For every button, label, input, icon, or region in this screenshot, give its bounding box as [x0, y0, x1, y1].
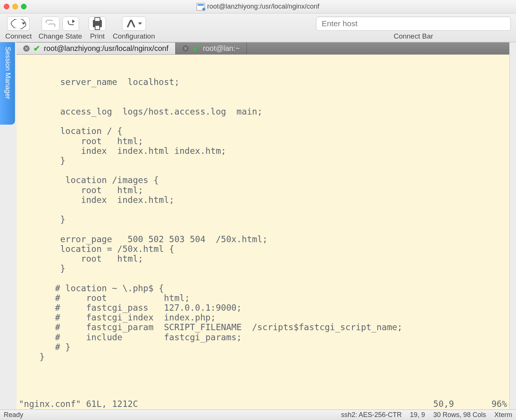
statusbar: Ready ssh2: AES-256-CTR 19, 9 30 Rows, 9…: [0, 410, 516, 420]
toolbar-changestate-group: Change State: [39, 16, 82, 40]
session-tab-active[interactable]: ✕ ✔ root@lanzhiyong:/usr/local/nginx/con…: [16, 43, 176, 54]
configuration-button[interactable]: [122, 16, 146, 31]
close-tab-icon[interactable]: ✕: [182, 45, 189, 52]
refresh-icon: [46, 20, 55, 27]
tab-label: root@lan:~: [203, 44, 240, 53]
host-input[interactable]: [316, 16, 511, 31]
toolbar-connectbar-group: Connect Bar: [316, 16, 511, 40]
toolbar-print-group: Print: [89, 16, 106, 40]
toolbar-config-group: Configuration: [113, 16, 155, 40]
status-cursor: 19, 9: [410, 411, 425, 419]
vim-file-info: "nginx.conf" 61L, 1212C: [19, 399, 138, 409]
vim-cursor-pos: 50,9: [433, 399, 454, 409]
print-icon: [93, 20, 102, 27]
session-manager-tab[interactable]: Session Manager: [0, 42, 15, 125]
zoom-window-icon[interactable]: [21, 4, 27, 9]
window-controls: [4, 4, 27, 9]
status-ready: Ready: [4, 411, 23, 419]
vim-scroll-pct: 96%: [491, 399, 507, 409]
terminal[interactable]: server_name localhost; access_log logs/h…: [16, 54, 509, 410]
toolbar-connect-group: Connect: [5, 16, 32, 40]
change-state-label: Change State: [39, 32, 82, 40]
disconnect-icon: [67, 21, 75, 27]
chevron-down-icon: [138, 22, 142, 25]
print-label: Print: [90, 32, 104, 40]
toolbar: Connect Change State Print Configura: [0, 13, 516, 42]
minimize-window-icon[interactable]: [12, 4, 18, 9]
tools-icon: [126, 19, 136, 28]
link-icon: [10, 18, 21, 30]
vim-status-line: "nginx.conf" 61L, 1212C 50,9 96%: [16, 399, 509, 410]
titlebar: root@lanzhiyong:/usr/local/nginx/conf: [0, 0, 516, 13]
tab-label: root@lanzhiyong:/usr/local/nginx/conf: [44, 44, 169, 53]
connect-label: Connect: [5, 32, 32, 40]
close-tab-icon[interactable]: ✕: [23, 45, 30, 52]
status-dims: 30 Rows, 98 Cols: [433, 411, 486, 419]
app-icon: [197, 3, 205, 10]
connect-button[interactable]: [7, 16, 30, 31]
scrollbar[interactable]: [509, 42, 516, 410]
connected-check-icon: ✔: [33, 44, 40, 54]
tabstrip: ✕ ✔ root@lanzhiyong:/usr/local/nginx/con…: [16, 42, 509, 54]
status-ssh: ssh2: AES-256-CTR: [341, 411, 402, 419]
reconnect-button[interactable]: [42, 16, 60, 31]
close-window-icon[interactable]: [4, 4, 9, 9]
print-button[interactable]: [89, 16, 106, 31]
connected-check-icon: ✔: [192, 44, 199, 54]
session-tab-inactive[interactable]: ✕ ✔ root@lan:~: [176, 43, 247, 54]
connect-bar-label: Connect Bar: [394, 32, 433, 40]
configuration-label: Configuration: [113, 32, 155, 40]
disconnect-button[interactable]: [63, 16, 79, 31]
left-gutter: Session Manager: [0, 42, 16, 410]
window-title: root@lanzhiyong:/usr/local/nginx/conf: [207, 3, 319, 10]
status-term: Xterm: [494, 411, 512, 419]
